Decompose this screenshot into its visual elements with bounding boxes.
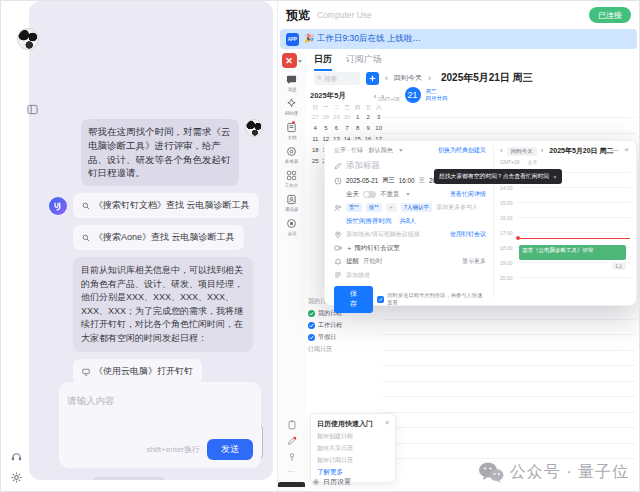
sidebar-item-workbench[interactable]: 工作台 [284,170,299,188]
mini-cal-day[interactable]: 7 [342,124,353,133]
description-input[interactable]: 添加描述 [346,271,370,280]
sidebar-item-messages[interactable]: 消息 [286,74,297,92]
calendar-search[interactable] [314,72,360,85]
book-meeting-room[interactable]: ＋ 预约钉钉会议室 [346,244,400,253]
hour-row[interactable]: 01:00 [382,117,635,133]
today-button[interactable]: 回到今天 [394,73,422,83]
hour-row[interactable]: 18:00 [382,381,635,397]
mini-cal-day[interactable]: 4 [310,124,321,133]
edit-icon[interactable] [287,436,297,446]
panel-today-button[interactable]: 回到今天 [507,147,537,156]
show-more-link[interactable]: 显示更多 [462,257,486,266]
quickstart-learn-more-link[interactable]: 了解更多 [317,468,389,477]
hour-row[interactable]: 21:00 [382,427,635,443]
participant-chip[interactable]: 安** [346,203,362,212]
dingtalk-logo[interactable]: ✕ [282,53,297,68]
quickstart-item[interactable]: 如何共享日历 [317,444,389,453]
app-avatar[interactable] [17,28,39,50]
mini-cal-day[interactable]: 5 [321,124,332,133]
mini-cal-day[interactable]: 2 [363,113,374,122]
subscribe-calendars-label[interactable]: 订阅日历 [308,345,378,354]
sidebar-item-table[interactable]: 多维表 [284,146,299,164]
panel-next-day[interactable]: › [541,147,544,155]
prev-day-button[interactable]: ‹ [385,74,388,83]
action-open-dingtalk[interactable]: 《使用云电脑》打开钉钉 [73,359,202,384]
tab-calendar[interactable]: 日历 [314,53,332,71]
panel-time-grid[interactable]: 13:0014:0015:0016:0017:0018:0019:0020:00… [500,172,630,299]
event-start-time[interactable]: 16:00 [399,177,415,184]
mini-cal-day[interactable]: 11 [310,135,321,144]
sidebar-toggle-icon[interactable] [27,101,38,119]
close-icon[interactable]: × [553,174,556,180]
tab-subscribe-plaza[interactable]: 订阅广场 [346,53,382,71]
participants-status-chip[interactable]: 7人确认中 [401,203,432,212]
hour-row[interactable]: 16:00 [382,350,635,366]
sidebar-item-ai-assistant[interactable]: AI助理 [284,98,299,116]
checkbox-checked-icon[interactable] [377,296,384,303]
panel-prev-day[interactable]: ‹ [500,147,503,155]
participant-chip[interactable]: 徐** [366,203,382,212]
hour-row[interactable]: 17:00 [382,365,635,381]
calendar-list-item[interactable]: 工作日程 [308,321,378,330]
calendar-list-item[interactable]: 节假日 [308,333,378,342]
save-button[interactable]: 保存 [334,286,373,313]
sidebar-item-meeting[interactable]: 会议 [286,218,297,236]
event-block[interactable]: 需求《云电脑诊断工具》评审 [519,245,626,260]
dingtalk-meeting-link[interactable]: 使用钉钉会议 [450,230,486,239]
location-input[interactable]: 添加地点/填写视频会议链接 [346,230,420,239]
chevron-down-icon[interactable] [298,60,302,63]
headset-icon[interactable] [10,449,23,467]
panel-hour-row[interactable]: 14:00 [518,187,630,202]
reminder-value[interactable]: 开始时 [363,257,383,266]
notification-banner[interactable]: APP 🎉 工作日9:30后在线 上线啦… [280,29,637,49]
mini-cal-day[interactable]: 27 [310,113,321,122]
gear-icon[interactable] [10,470,23,488]
send-button[interactable]: 发送 [207,439,253,460]
action-search-aone[interactable]: 《搜索Aone》查找 云电脑诊断工具 [73,225,244,250]
action-search-docs[interactable]: 《搜索钉钉文档》查找 云电脑诊断工具 [73,193,259,218]
panel-hour-row[interactable]: 15:00 [518,202,630,217]
sidebar-item-docs[interactable]: 文档 [286,122,297,140]
mini-cal-day[interactable]: 25 [310,157,321,166]
mini-cal-day[interactable]: 9 [363,124,374,133]
hour-row[interactable]: 20:00 [382,412,635,428]
mini-cal-prev[interactable]: ‹ [374,92,377,101]
clipboard-icon[interactable] [287,420,297,430]
panel-hour-row[interactable]: 20:00 [518,277,630,292]
mini-cal-day[interactable]: 30 [342,113,353,122]
participant-count-link[interactable]: 共8人 [400,217,417,226]
busy-recommend-link[interactable]: 按忙闲推荐时间 [346,217,392,226]
event-title-input[interactable]: 添加标题 [346,160,380,172]
calendar-search-input[interactable] [324,75,357,82]
hour-row[interactable]: 22:00 [382,443,635,459]
more-icon[interactable]: ⋯ [288,468,296,476]
add-participant-chip[interactable]: ＋ [386,203,398,212]
hour-row[interactable]: 14:00 [382,319,635,335]
repeat-select[interactable]: 不重复 [380,190,400,199]
sidebar-item-contacts[interactable]: 通讯录 [284,194,299,212]
allday-toggle[interactable] [363,191,376,198]
switch-classic-link[interactable]: 切换为经典创建页 [438,146,486,155]
quickstart-item[interactable]: 如何创建日程 [317,432,389,441]
chat-input[interactable] [67,395,253,406]
hour-row[interactable]: 19:00 [382,396,635,412]
mini-cal-day[interactable]: 1 [352,113,363,122]
hour-row[interactable]: 15:00 [382,334,635,350]
mini-cal-day[interactable]: 29 [331,113,342,122]
plugin-icon[interactable] [287,452,297,462]
event-visibility[interactable]: 公开 · 忙碌 · 默认颜色 [334,146,393,155]
clock-icon [334,177,342,185]
quickstart-item[interactable]: 如何订阅日历 [317,456,389,465]
mini-cal-day[interactable]: 8 [352,124,363,133]
busy-detail-link[interactable]: 查看忙闲详情 [450,190,486,199]
mini-cal-day[interactable]: 18 [310,146,321,155]
mini-cal-day[interactable]: 6 [331,124,342,133]
add-participant-hint[interactable]: 添加更多参与人 [436,203,478,212]
new-event-button[interactable] [366,72,379,85]
next-day-button[interactable]: › [428,74,431,83]
event-start-date[interactable]: 2025-05-21 [346,177,378,184]
calendar-settings[interactable]: 日历设置 [312,477,351,487]
panel-hour-row[interactable]: 16:00 [518,217,630,232]
close-icon[interactable]: × [385,419,389,429]
mini-cal-day[interactable]: 28 [321,113,332,122]
